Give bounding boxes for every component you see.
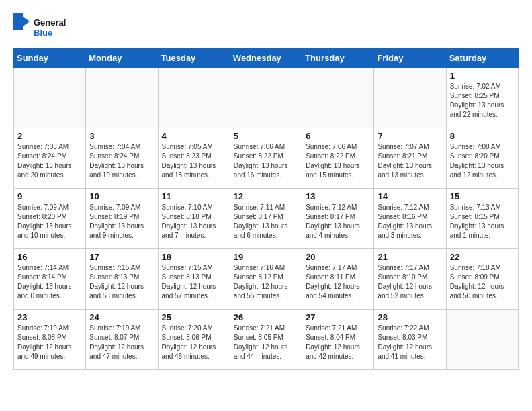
day-number: 28 — [378, 312, 442, 322]
week-row-4: 23Sunrise: 7:19 AM Sunset: 8:08 PM Dayli… — [14, 310, 519, 370]
day-info: Sunrise: 7:06 AM Sunset: 8:22 PM Dayligh… — [234, 142, 298, 180]
day-number: 16 — [17, 252, 82, 262]
week-row-3: 16Sunrise: 7:14 AM Sunset: 8:14 PM Dayli… — [14, 249, 519, 310]
weekday-header-wednesday: Wednesday — [230, 49, 302, 68]
day-number: 22 — [450, 252, 515, 262]
day-number: 1 — [450, 71, 515, 81]
weekday-header-thursday: Thursday — [302, 49, 374, 68]
calendar-cell: 7Sunrise: 7:07 AM Sunset: 8:21 PM Daylig… — [374, 128, 446, 189]
weekday-header-row: SundayMondayTuesdayWednesdayThursdayFrid… — [14, 49, 519, 68]
day-number: 6 — [306, 131, 370, 141]
calendar-cell: 11Sunrise: 7:10 AM Sunset: 8:18 PM Dayli… — [158, 189, 230, 249]
day-info: Sunrise: 7:18 AM Sunset: 8:09 PM Dayligh… — [450, 263, 515, 301]
day-info: Sunrise: 7:04 AM Sunset: 8:24 PM Dayligh… — [89, 142, 154, 180]
day-number: 24 — [89, 312, 154, 322]
day-info: Sunrise: 7:10 AM Sunset: 8:18 PM Dayligh… — [162, 203, 226, 240]
day-number: 25 — [162, 312, 226, 322]
day-info: Sunrise: 7:21 AM Sunset: 8:05 PM Dayligh… — [234, 324, 298, 361]
weekday-header-saturday: Saturday — [446, 49, 518, 68]
svg-text:General: General — [34, 17, 66, 28]
day-info: Sunrise: 7:08 AM Sunset: 8:20 PM Dayligh… — [450, 142, 515, 180]
day-info: Sunrise: 7:22 AM Sunset: 8:03 PM Dayligh… — [378, 324, 442, 361]
calendar-cell: 22Sunrise: 7:18 AM Sunset: 8:09 PM Dayli… — [446, 249, 518, 310]
day-info: Sunrise: 7:11 AM Sunset: 8:17 PM Dayligh… — [234, 203, 298, 240]
day-info: Sunrise: 7:19 AM Sunset: 8:07 PM Dayligh… — [89, 324, 154, 361]
calendar-cell: 5Sunrise: 7:06 AM Sunset: 8:22 PM Daylig… — [230, 128, 302, 189]
svg-text:Blue: Blue — [34, 28, 52, 38]
day-number: 8 — [450, 131, 515, 141]
day-number: 18 — [162, 252, 226, 262]
calendar-cell: 23Sunrise: 7:19 AM Sunset: 8:08 PM Dayli… — [14, 310, 86, 370]
day-info: Sunrise: 7:13 AM Sunset: 8:15 PM Dayligh… — [450, 203, 515, 240]
calendar-cell: 19Sunrise: 7:16 AM Sunset: 8:12 PM Dayli… — [230, 249, 302, 310]
week-row-0: 1Sunrise: 7:02 AM Sunset: 8:25 PM Daylig… — [14, 68, 519, 128]
logo: GeneralBlue — [13, 13, 67, 42]
calendar-cell: 10Sunrise: 7:09 AM Sunset: 8:19 PM Dayli… — [86, 189, 158, 249]
day-number: 3 — [89, 131, 154, 141]
calendar-cell: 24Sunrise: 7:19 AM Sunset: 8:07 PM Dayli… — [86, 310, 158, 370]
logo-svg: GeneralBlue — [13, 13, 67, 42]
day-info: Sunrise: 7:15 AM Sunset: 8:13 PM Dayligh… — [162, 263, 226, 301]
day-number: 21 — [378, 252, 442, 262]
day-info: Sunrise: 7:15 AM Sunset: 8:13 PM Dayligh… — [89, 263, 154, 301]
calendar-cell: 9Sunrise: 7:09 AM Sunset: 8:20 PM Daylig… — [14, 189, 86, 249]
day-info: Sunrise: 7:05 AM Sunset: 8:23 PM Dayligh… — [162, 142, 226, 180]
day-info: Sunrise: 7:14 AM Sunset: 8:14 PM Dayligh… — [17, 263, 82, 301]
calendar-cell — [86, 68, 158, 128]
calendar-cell: 13Sunrise: 7:12 AM Sunset: 8:17 PM Dayli… — [302, 189, 374, 249]
day-number: 15 — [450, 191, 515, 201]
calendar-cell: 28Sunrise: 7:22 AM Sunset: 8:03 PM Dayli… — [374, 310, 446, 370]
day-info: Sunrise: 7:12 AM Sunset: 8:16 PM Dayligh… — [378, 203, 442, 240]
day-info: Sunrise: 7:12 AM Sunset: 8:17 PM Dayligh… — [306, 203, 370, 240]
svg-marker-1 — [20, 15, 30, 28]
day-info: Sunrise: 7:06 AM Sunset: 8:22 PM Dayligh… — [306, 142, 370, 180]
day-number: 5 — [234, 131, 298, 141]
calendar-cell: 21Sunrise: 7:17 AM Sunset: 8:10 PM Dayli… — [374, 249, 446, 310]
day-number: 2 — [17, 131, 82, 141]
calendar-cell — [14, 68, 86, 128]
day-number: 7 — [378, 131, 442, 141]
calendar-cell: 15Sunrise: 7:13 AM Sunset: 8:15 PM Dayli… — [446, 189, 518, 249]
day-number: 14 — [378, 191, 442, 201]
day-info: Sunrise: 7:07 AM Sunset: 8:21 PM Dayligh… — [378, 142, 442, 180]
day-info: Sunrise: 7:17 AM Sunset: 8:10 PM Dayligh… — [378, 263, 442, 301]
day-info: Sunrise: 7:21 AM Sunset: 8:04 PM Dayligh… — [306, 324, 370, 361]
weekday-header-monday: Monday — [86, 49, 158, 68]
day-number: 9 — [17, 191, 82, 201]
calendar-cell: 25Sunrise: 7:20 AM Sunset: 8:06 PM Dayli… — [158, 310, 230, 370]
calendar-cell: 3Sunrise: 7:04 AM Sunset: 8:24 PM Daylig… — [86, 128, 158, 189]
calendar-cell: 12Sunrise: 7:11 AM Sunset: 8:17 PM Dayli… — [230, 189, 302, 249]
calendar-cell: 2Sunrise: 7:03 AM Sunset: 8:24 PM Daylig… — [14, 128, 86, 189]
calendar-cell: 20Sunrise: 7:17 AM Sunset: 8:11 PM Dayli… — [302, 249, 374, 310]
calendar-cell — [158, 68, 230, 128]
day-info: Sunrise: 7:02 AM Sunset: 8:25 PM Dayligh… — [450, 82, 515, 120]
calendar-table: SundayMondayTuesdayWednesdayThursdayFrid… — [13, 48, 519, 370]
day-number: 26 — [234, 312, 298, 322]
day-info: Sunrise: 7:09 AM Sunset: 8:20 PM Dayligh… — [17, 203, 82, 240]
day-info: Sunrise: 7:20 AM Sunset: 8:06 PM Dayligh… — [162, 324, 226, 361]
day-info: Sunrise: 7:16 AM Sunset: 8:12 PM Dayligh… — [234, 263, 298, 301]
page-header: GeneralBlue — [13, 13, 519, 42]
day-info: Sunrise: 7:17 AM Sunset: 8:11 PM Dayligh… — [306, 263, 370, 301]
day-number: 10 — [89, 191, 154, 201]
day-number: 23 — [17, 312, 82, 322]
calendar-cell: 27Sunrise: 7:21 AM Sunset: 8:04 PM Dayli… — [302, 310, 374, 370]
day-info: Sunrise: 7:03 AM Sunset: 8:24 PM Dayligh… — [17, 142, 82, 180]
weekday-header-tuesday: Tuesday — [158, 49, 230, 68]
calendar-cell: 16Sunrise: 7:14 AM Sunset: 8:14 PM Dayli… — [14, 249, 86, 310]
calendar-cell: 17Sunrise: 7:15 AM Sunset: 8:13 PM Dayli… — [86, 249, 158, 310]
calendar-cell — [446, 310, 518, 370]
calendar-cell — [302, 68, 374, 128]
day-number: 17 — [89, 252, 154, 262]
week-row-1: 2Sunrise: 7:03 AM Sunset: 8:24 PM Daylig… — [14, 128, 519, 189]
calendar-cell: 14Sunrise: 7:12 AM Sunset: 8:16 PM Dayli… — [374, 189, 446, 249]
calendar-cell: 8Sunrise: 7:08 AM Sunset: 8:20 PM Daylig… — [446, 128, 518, 189]
day-number: 20 — [306, 252, 370, 262]
day-info: Sunrise: 7:19 AM Sunset: 8:08 PM Dayligh… — [17, 324, 82, 361]
week-row-2: 9Sunrise: 7:09 AM Sunset: 8:20 PM Daylig… — [14, 189, 519, 249]
day-number: 19 — [234, 252, 298, 262]
calendar-cell: 26Sunrise: 7:21 AM Sunset: 8:05 PM Dayli… — [230, 310, 302, 370]
calendar-cell: 18Sunrise: 7:15 AM Sunset: 8:13 PM Dayli… — [158, 249, 230, 310]
calendar-cell — [374, 68, 446, 128]
weekday-header-sunday: Sunday — [14, 49, 86, 68]
